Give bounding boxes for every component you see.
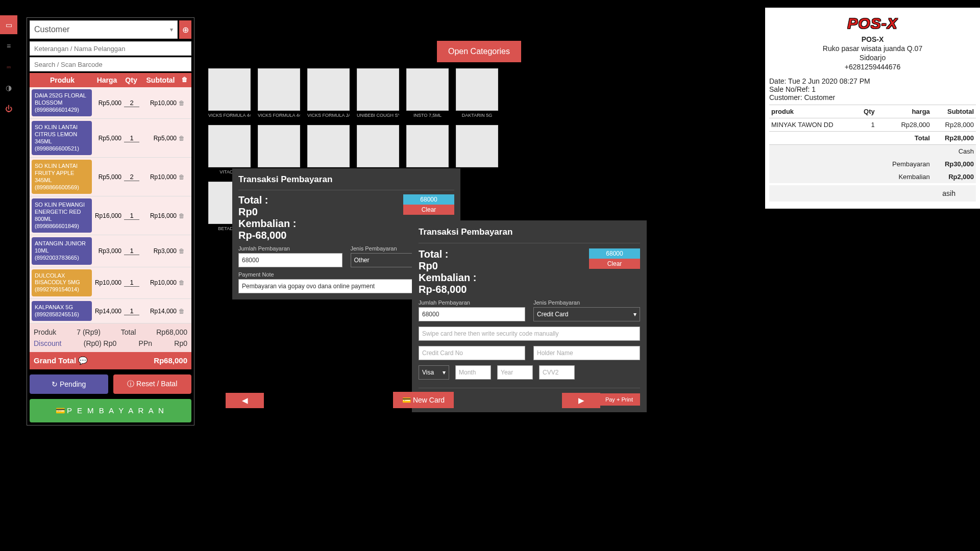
cart-row: DAIA 252G FLORAL BLOSSOM(8998866601429) … xyxy=(30,87,191,119)
rec-item-qty: 1 xyxy=(856,118,876,132)
rec-total-label: Total xyxy=(877,132,932,145)
modal-total-value: Rp0 xyxy=(238,206,403,218)
product-thumb xyxy=(406,68,449,111)
row-subtotal: Rp10,000 xyxy=(142,279,177,286)
rec-kemb-value: Rp2,000 xyxy=(932,170,976,183)
product-card[interactable]: UNIBEBI COUGH SYR xyxy=(357,68,399,118)
pay-print-button[interactable]: Pay + Print xyxy=(598,393,640,406)
jenis-select-credit[interactable]: Credit Card▾ xyxy=(533,307,640,321)
trash-icon[interactable]: 🗑 xyxy=(180,76,190,84)
product-thumb xyxy=(456,125,498,167)
product-badge: ANTANGIN JUNIOR 10ML(8992003783665) xyxy=(32,237,92,264)
search-barcode-input[interactable] xyxy=(30,57,191,71)
product-card[interactable] xyxy=(357,125,399,174)
clear-button[interactable]: Clear xyxy=(403,205,454,215)
product-card[interactable] xyxy=(406,125,449,174)
product-card[interactable]: VITACIMI xyxy=(208,125,251,174)
prev-button[interactable]: ◀ xyxy=(226,393,264,408)
produk-count-label: Produk xyxy=(34,328,56,336)
customer-name-input[interactable] xyxy=(30,41,191,56)
new-card-button[interactable]: 💳 New Card xyxy=(393,392,454,408)
product-card[interactable]: DAKTARIN 5G xyxy=(456,68,498,118)
row-subtotal: Rp10,000 xyxy=(142,173,177,181)
year-input[interactable] xyxy=(497,365,533,380)
sidebar: ▭ ≡ ⎓ ◑ ⏻ xyxy=(0,15,17,120)
row-subtotal: Rp5,000 xyxy=(142,135,177,142)
product-label: VICKS FORMULA 44 SI xyxy=(258,113,300,118)
receipt: POS-X POS-X Ruko pasar wisata juanda Q.0… xyxy=(765,8,980,209)
header-qty: Qty xyxy=(121,76,141,84)
product-card[interactable] xyxy=(307,125,350,174)
product-badge: DAIA 252G FLORAL BLOSSOM(8998866601429) xyxy=(32,89,92,116)
product-card[interactable]: INSTO 7,5ML xyxy=(406,68,449,118)
delete-row-icon[interactable]: 🗑 xyxy=(177,135,187,142)
card-no-input[interactable] xyxy=(419,346,525,360)
receipt-sale-no: Sale No/Ref: 1 xyxy=(769,85,976,93)
row-harga: Rp5,000 xyxy=(92,173,121,181)
list-icon[interactable]: ≡ xyxy=(0,36,17,55)
next-button[interactable]: ▶ xyxy=(562,393,600,408)
link-icon[interactable]: ⎓ xyxy=(0,57,17,76)
product-badge: KALPANAX 5G(8992858245516) xyxy=(32,301,92,321)
circle-icon[interactable]: ◑ xyxy=(0,78,17,97)
header-harga: Harga xyxy=(93,76,121,84)
pending-button[interactable]: ↻ Pending xyxy=(30,374,108,394)
cart-header: Produk Harga Qty Subtotal 🗑 xyxy=(30,73,191,87)
delete-row-icon[interactable]: 🗑 xyxy=(177,99,187,107)
qty-input[interactable] xyxy=(124,173,139,181)
power-icon[interactable]: ⏻ xyxy=(0,99,17,118)
jumlah-input-2[interactable] xyxy=(419,307,525,321)
qty-input[interactable] xyxy=(124,134,139,142)
delete-row-icon[interactable]: 🗑 xyxy=(177,173,187,181)
header-subtotal: Subtotal xyxy=(141,76,180,84)
product-card[interactable] xyxy=(456,125,498,174)
customer-select[interactable]: Customer ▾ xyxy=(30,20,178,39)
grand-total-row: Grand Total 💬 Rp68,000 xyxy=(30,352,191,369)
qty-input[interactable] xyxy=(124,307,139,315)
delete-row-icon[interactable]: 🗑 xyxy=(177,279,187,286)
modal-total-label: Total : xyxy=(238,194,403,206)
row-harga: Rp5,000 xyxy=(92,135,121,142)
row-subtotal: Rp10,000 xyxy=(142,99,177,107)
pembayaran-button[interactable]: 💳P E M B A Y A R A N xyxy=(30,399,191,422)
ppn-value: Rp0 xyxy=(174,339,187,347)
cvv-input[interactable] xyxy=(539,365,575,380)
qty-input[interactable] xyxy=(124,99,139,107)
cart-panel: Customer ▾ ⊕ Produk Harga Qty Subtotal 🗑… xyxy=(27,17,194,425)
receipt-table: produk Qty harga Subtotal MINYAK TAWON D… xyxy=(769,105,976,183)
qty-input[interactable] xyxy=(124,247,139,255)
modal2-kembalian-value: Rp-68,000 xyxy=(419,284,589,295)
clear-button-2[interactable]: Clear xyxy=(589,259,640,269)
product-card[interactable]: VICKS FORMULA 44 A xyxy=(208,68,251,118)
add-customer-button[interactable]: ⊕ xyxy=(179,20,191,39)
monitor-icon[interactable]: ▭ xyxy=(0,15,17,34)
grand-total-label: Grand Total 💬 xyxy=(34,356,88,365)
holder-name-input[interactable] xyxy=(533,346,640,360)
jumlah-input[interactable] xyxy=(238,253,342,267)
card-type-select[interactable]: Visa▾ xyxy=(419,365,449,380)
reset-button[interactable]: ⓘ Reset / Batal xyxy=(113,374,192,394)
modal2-kembalian-label: Kembalian : xyxy=(419,272,589,284)
swipe-card-input[interactable] xyxy=(419,327,640,341)
receipt-logo: POS-X xyxy=(847,15,897,32)
delete-row-icon[interactable]: 🗑 xyxy=(177,247,187,255)
discount-label[interactable]: Discount xyxy=(34,339,61,347)
jumlah-label: Jumlah Pembayaran xyxy=(238,245,342,252)
product-card[interactable]: VICKS FORMULA JAHI xyxy=(307,68,350,118)
rec-item-sub: Rp28,000 xyxy=(932,118,976,132)
product-card[interactable]: PANAD xyxy=(258,125,300,174)
receipt-phone: +6281259444676 xyxy=(769,63,976,71)
product-label: VICKS FORMULA JAHI xyxy=(307,113,350,118)
row-subtotal: Rp16,000 xyxy=(142,212,177,219)
delete-row-icon[interactable]: 🗑 xyxy=(177,212,187,219)
qty-input[interactable] xyxy=(124,212,139,220)
discount-value: (Rp0) Rp0 xyxy=(84,339,117,347)
jenis-label-2: Jenis Pembayaran xyxy=(533,299,640,306)
row-subtotal: Rp14,000 xyxy=(142,308,177,315)
qty-input[interactable] xyxy=(124,279,139,287)
rec-pemb-label: Pembayaran xyxy=(877,158,932,170)
delete-row-icon[interactable]: 🗑 xyxy=(177,308,187,315)
rec-thanks: asih xyxy=(769,185,976,202)
month-input[interactable] xyxy=(455,365,491,380)
product-card[interactable]: VICKS FORMULA 44 SI xyxy=(258,68,300,118)
